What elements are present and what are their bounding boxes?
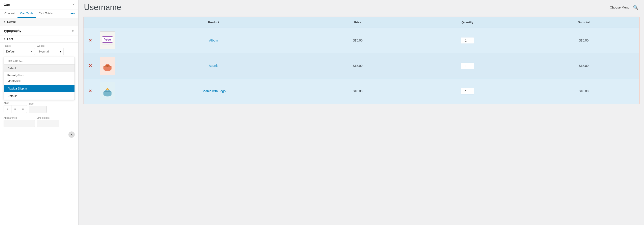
remove-button[interactable]: ✕ [89, 38, 92, 42]
qty-cell [406, 53, 528, 78]
qty-input-beanie-logo[interactable] [461, 88, 474, 94]
font-option-montserrat[interactable]: Montserrat [4, 78, 74, 85]
table-row: ✕ B [84, 53, 639, 78]
subtotal-cell: $18.00 [528, 53, 639, 78]
font-search-input[interactable] [4, 57, 74, 64]
col-product: Product [118, 17, 309, 28]
weight-label: Weight [37, 44, 64, 47]
product-link-album[interactable]: Album [209, 38, 218, 42]
appearance-select[interactable] [4, 120, 35, 127]
top-bar-right: Choose Menu 🔍 [610, 5, 638, 10]
remove-cell: ✕ [84, 78, 97, 104]
search-icon-button[interactable]: 🔍 [633, 5, 638, 10]
tab-more-button[interactable]: ••• [69, 10, 76, 18]
bottom-close-area: ✕ [0, 129, 78, 140]
font-option-playfair[interactable]: Playfair Display [4, 85, 74, 92]
line-height-label: Line-Height [37, 116, 59, 119]
align-left-button[interactable]: ≡ [4, 106, 12, 112]
tabs-bar: Content Cart Table Cart Totals ••• [0, 10, 78, 18]
remove-button[interactable]: ✕ [89, 64, 92, 68]
appearance-label: Appearance [4, 116, 35, 119]
remove-button[interactable]: ✕ [89, 89, 92, 93]
font-family-button[interactable]: Default ▲ [4, 48, 35, 55]
weight-value: Normal [39, 50, 49, 53]
typography-row: Typography 🖥 [0, 26, 78, 36]
choose-menu-button[interactable]: Choose Menu [610, 6, 630, 9]
family-field-group: Family Default ▲ [4, 44, 35, 55]
thumb-cell [97, 53, 118, 78]
price-cell: $18.00 [309, 78, 406, 104]
default-collapse-arrow: ▼ [4, 21, 6, 23]
align-center-button[interactable]: ≡ [12, 106, 19, 112]
recently-used-label: Recently Used [4, 72, 74, 78]
align-label: Align [4, 102, 27, 104]
qty-input-album[interactable] [461, 37, 474, 44]
tab-cart-totals[interactable]: Cart Totals [36, 10, 56, 18]
cart-table: Product Price Quantity Subtotal ✕ Woo [84, 17, 639, 104]
font-family-weight-row: Family Default ▲ Weight Normal ▾ [0, 42, 78, 57]
bottom-close-button[interactable]: ✕ [68, 132, 75, 138]
thumb-cell: Woo [97, 28, 118, 53]
product-name-cell: Beanie with Logo [118, 78, 309, 104]
product-thumb-beanie [100, 57, 115, 75]
font-option-default-bottom[interactable]: Default [4, 92, 74, 100]
qty-cell [406, 28, 528, 53]
weight-select[interactable]: Normal ▾ [37, 48, 64, 55]
svg-rect-6 [104, 91, 110, 92]
default-section-label: Default [7, 20, 16, 24]
font-section-label: Font [7, 37, 13, 40]
qty-input-beanie[interactable] [461, 62, 474, 69]
align-right-button[interactable]: ≡ [19, 106, 27, 112]
table-row: ✕ Woo Album $15.00 [84, 28, 639, 53]
col-thumb [97, 17, 118, 28]
subtotal-beanie-logo: $18.00 [579, 89, 588, 93]
font-collapse-row[interactable]: ▼ Font [0, 36, 78, 42]
font-option-default-top[interactable]: Default [4, 64, 74, 72]
price-cell: $18.00 [309, 53, 406, 78]
price-beanie-logo: $18.00 [353, 89, 362, 93]
svg-text::): :) [107, 89, 108, 91]
subtotal-cell: $18.00 [528, 78, 639, 104]
svg-rect-3 [106, 65, 108, 67]
woo-label: Woo [102, 36, 113, 42]
remove-cell: ✕ [84, 28, 97, 53]
font-collapse-arrow: ▼ [4, 38, 6, 40]
qty-cell [406, 78, 528, 104]
family-label: Family [4, 44, 35, 47]
size-input[interactable] [29, 106, 47, 113]
family-arrow-icon: ▲ [30, 50, 32, 53]
font-family-value: Default [6, 50, 15, 53]
appearance-field-group: Appearance [4, 116, 35, 127]
product-link-beanie[interactable]: Beanie [209, 64, 218, 68]
product-thumb-beanie-logo: :) [100, 82, 115, 100]
subtotal-cell: $15.00 [528, 28, 639, 53]
appearance-row: Appearance Line-Height [0, 115, 78, 129]
subtotal-album: $15.00 [579, 38, 588, 42]
table-row: ✕ :) [84, 78, 639, 104]
size-label: Size [29, 102, 47, 105]
product-name-cell: Beanie [118, 53, 309, 78]
weight-dropdown-arrow: ▾ [60, 50, 61, 53]
main-area: Username Choose Menu 🔍 Product Price Qua… [78, 0, 644, 225]
default-section-row[interactable]: ▼ Default [0, 18, 78, 26]
line-height-input[interactable] [37, 120, 59, 127]
align-size-row: Align ≡ ≡ ≡ Size [0, 100, 78, 115]
col-price: Price [309, 17, 406, 28]
price-cell: $15.00 [309, 28, 406, 53]
weight-field-group: Weight Normal ▾ [37, 44, 64, 55]
panel-header: Cart × [0, 0, 78, 10]
align-field-group: Align ≡ ≡ ≡ [4, 102, 27, 113]
product-thumb-album: Woo [100, 32, 115, 49]
panel-close-icon[interactable]: × [72, 2, 75, 7]
align-btn-group: ≡ ≡ ≡ [4, 105, 27, 113]
price-album: $15.00 [353, 38, 362, 42]
tab-cart-table[interactable]: Cart Table [18, 10, 36, 18]
remove-cell: ✕ [84, 53, 97, 78]
tab-content[interactable]: Content [2, 10, 18, 18]
subtotal-beanie: $18.00 [579, 64, 588, 68]
cart-table-container: Product Price Quantity Subtotal ✕ Woo [83, 16, 640, 104]
price-beanie: $18.00 [353, 64, 362, 68]
product-link-beanie-logo[interactable]: Beanie with Logo [202, 89, 226, 93]
table-header-row: Product Price Quantity Subtotal [84, 17, 639, 28]
typography-label: Typography [4, 29, 70, 32]
